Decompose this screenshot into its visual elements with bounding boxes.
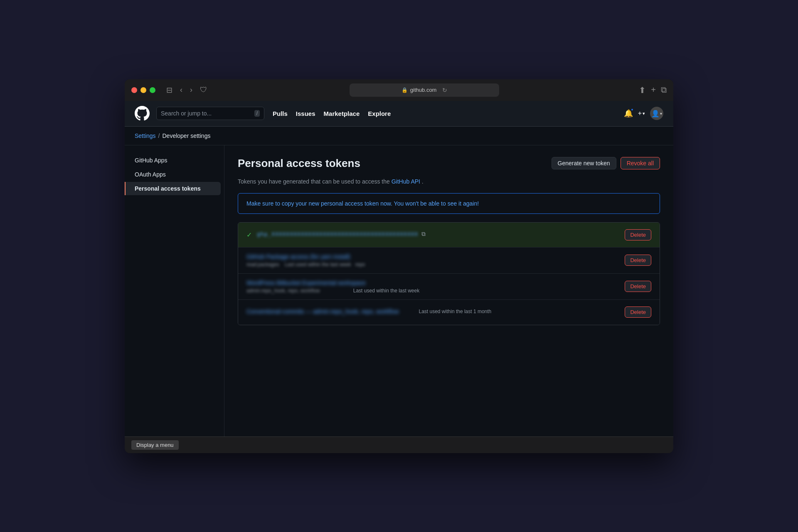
info-banner-text: Make sure to copy your new personal acce… xyxy=(246,200,479,207)
token-meta-name: admin:repo_hook, repo, workflow xyxy=(246,288,320,294)
token-name: WordPress Bitbucket Experimental workspa… xyxy=(246,279,366,286)
content-area: Personal access tokens Generate new toke… xyxy=(224,145,673,436)
sidebar-item-oauth-apps[interactable]: OAuth Apps xyxy=(128,168,221,181)
page-title: Personal access tokens xyxy=(238,157,360,170)
token-meta: read:packages Last used within the last … xyxy=(246,262,620,267)
nav-pulls[interactable]: Pulls xyxy=(273,110,288,117)
title-bar-right: ⬆ + ⧉ xyxy=(639,85,667,95)
nav-right: 🔔 + ▾ 👤 ▾ xyxy=(624,107,663,120)
plus-chevron: ▾ xyxy=(643,111,645,116)
sidebar-label-github-apps: GitHub Apps xyxy=(135,157,167,164)
token-row: GitHub Package access (for yarn install)… xyxy=(238,248,660,274)
token-name-row: GitHub Package access (for yarn install) xyxy=(246,253,620,260)
search-kbd: / xyxy=(254,110,260,117)
traffic-lights xyxy=(131,87,155,93)
title-bar: ⊟ ‹ › 🛡 🔒 github.com ↻ ⬆ + ⧉ xyxy=(125,79,673,101)
info-banner: Make sure to copy your new personal acce… xyxy=(238,193,660,214)
search-placeholder: Search or jump to... xyxy=(161,110,212,117)
notification-dot xyxy=(631,108,634,111)
back-button[interactable]: ‹ xyxy=(177,85,185,95)
token-name: Conventional-commits — admin:repo_hook, … xyxy=(246,308,399,315)
plus-button[interactable]: + ▾ xyxy=(638,110,645,117)
avatar-icon: 👤 xyxy=(651,110,660,118)
lock-icon: 🔒 xyxy=(401,87,408,93)
token-info: Conventional-commits — admin:repo_hook, … xyxy=(246,308,620,316)
sidebar-toggle-icon[interactable]: ⊟ xyxy=(164,85,175,96)
token-list: ✓ ghp_XXXXXXXXXXXXXXXXXXXXXXXXXXXXXXXXXX… xyxy=(238,222,660,325)
notifications-button[interactable]: 🔔 xyxy=(624,109,633,118)
mac-window: ⊟ ‹ › 🛡 🔒 github.com ↻ ⬆ + ⧉ Search or j… xyxy=(125,79,673,453)
github-logo xyxy=(135,106,150,121)
token-row: ✓ ghp_XXXXXXXXXXXXXXXXXXXXXXXXXXXXXXXXXX… xyxy=(238,223,660,248)
checkmark-icon: ✓ xyxy=(246,231,252,239)
delete-token-button-1[interactable]: Delete xyxy=(625,229,651,240)
plus-label: + xyxy=(638,110,642,117)
main-content: GitHub Apps OAuth Apps Personal access t… xyxy=(125,145,673,436)
reload-button[interactable]: ↻ xyxy=(442,87,447,93)
delete-token-button-4[interactable]: Delete xyxy=(625,306,651,318)
delete-token-button-2[interactable]: Delete xyxy=(625,255,651,266)
breadcrumb-current: Developer settings xyxy=(162,132,210,139)
address-text: github.com xyxy=(410,87,437,93)
token-meta-usage: Last used within the last week xyxy=(353,288,419,294)
breadcrumb-separator: / xyxy=(158,132,160,139)
user-avatar-button[interactable]: 👤 ▾ xyxy=(650,107,663,120)
minimize-button[interactable] xyxy=(140,87,146,93)
nav-issues[interactable]: Issues xyxy=(296,110,315,117)
sidebar-item-github-apps[interactable]: GitHub Apps xyxy=(128,154,221,167)
token-name-row: Conventional-commits — admin:repo_hook, … xyxy=(246,308,620,315)
new-tab-icon[interactable]: + xyxy=(651,85,656,95)
tabs-icon[interactable]: ⧉ xyxy=(661,85,667,95)
token-info: ghp_XXXXXXXXXXXXXXXXXXXXXXXXXXXXXXXXXXXX… xyxy=(257,230,620,239)
token-name: GitHub Package access (for yarn install) xyxy=(246,253,350,260)
github-api-link[interactable]: GitHub API xyxy=(392,178,420,185)
avatar-chevron: ▾ xyxy=(660,111,662,116)
address-bar[interactable]: 🔒 github.com ↻ xyxy=(350,83,499,97)
token-info: WordPress Bitbucket Experimental workspa… xyxy=(246,279,620,294)
revoke-all-button[interactable]: Revoke all xyxy=(621,157,660,169)
sidebar-label-personal-access-tokens: Personal access tokens xyxy=(135,185,201,192)
nav-marketplace[interactable]: Marketplace xyxy=(324,110,360,117)
sidebar-label-oauth-apps: OAuth Apps xyxy=(135,171,166,178)
description-prefix: Tokens you have generated that can be us… xyxy=(238,178,390,185)
token-value: ghp_XXXXXXXXXXXXXXXXXXXXXXXXXXXXXXXXXXXX… xyxy=(257,231,418,237)
token-row: Conventional-commits — admin:repo_hook, … xyxy=(238,300,660,325)
token-info: GitHub Package access (for yarn install)… xyxy=(246,253,620,267)
browser-controls: ⊟ ‹ › 🛡 xyxy=(164,85,210,96)
github-navbar: Search or jump to... / Pulls Issues Mark… xyxy=(125,101,673,127)
header-buttons: Generate new token Revoke all xyxy=(552,157,660,169)
shield-icon: 🛡 xyxy=(197,85,210,95)
fullscreen-button[interactable] xyxy=(150,87,155,93)
breadcrumb: Settings / Developer settings xyxy=(125,127,673,145)
sidebar-item-personal-access-tokens[interactable]: Personal access tokens xyxy=(125,182,221,195)
breadcrumb-settings[interactable]: Settings xyxy=(135,132,156,139)
display-menu-button[interactable]: Display a menu xyxy=(131,440,179,450)
forward-button[interactable]: › xyxy=(187,85,195,95)
copy-icon[interactable]: ⧉ xyxy=(421,230,426,238)
description-suffix: . xyxy=(422,178,424,185)
token-meta-usage: Last used within the last 1 month xyxy=(419,309,492,314)
nav-explore[interactable]: Explore xyxy=(368,110,391,117)
generate-token-button[interactable]: Generate new token xyxy=(552,157,616,169)
token-row: WordPress Bitbucket Experimental workspa… xyxy=(238,274,660,300)
description-text: Tokens you have generated that can be us… xyxy=(238,178,660,185)
share-icon[interactable]: ⬆ xyxy=(639,85,646,95)
address-bar-container: 🔒 github.com ↻ xyxy=(215,83,634,97)
token-name-row: ghp_XXXXXXXXXXXXXXXXXXXXXXXXXXXXXXXXXXXX… xyxy=(257,230,620,238)
close-button[interactable] xyxy=(131,87,137,93)
token-name-row: WordPress Bitbucket Experimental workspa… xyxy=(246,279,620,286)
content-header: Personal access tokens Generate new toke… xyxy=(238,157,660,170)
search-bar[interactable]: Search or jump to... / xyxy=(156,107,264,120)
delete-token-button-3[interactable]: Delete xyxy=(625,281,651,292)
status-bar: Display a menu xyxy=(125,436,673,453)
nav-links: Pulls Issues Marketplace Explore xyxy=(273,110,391,117)
sidebar: GitHub Apps OAuth Apps Personal access t… xyxy=(125,145,224,436)
